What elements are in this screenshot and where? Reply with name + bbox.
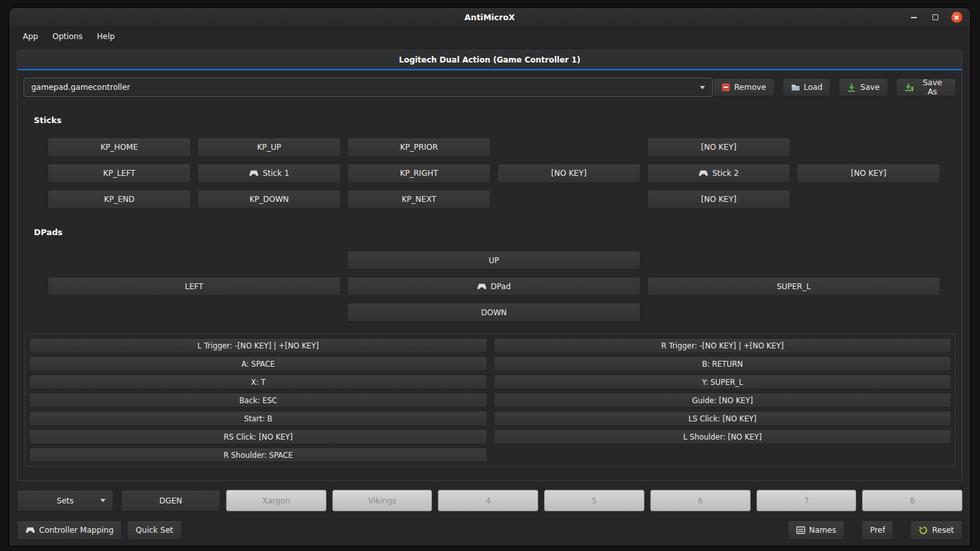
names-icon bbox=[796, 526, 805, 534]
minimize-button[interactable] bbox=[908, 12, 919, 23]
button-mapping-panel: L Trigger: -[NO KEY] | +[NO KEY] A: SPAC… bbox=[25, 333, 956, 467]
close-button[interactable] bbox=[951, 12, 962, 23]
chevron-down-icon bbox=[700, 86, 705, 89]
button-y[interactable]: Y: SUPER_L bbox=[494, 374, 952, 389]
start-button[interactable]: Start: B bbox=[29, 411, 487, 426]
sticks-grid: KP_HOME KP_UP KP_PRIOR [NO KEY] KP_LEFT … bbox=[48, 137, 940, 209]
r-shoulder-button[interactable]: R Shoulder: SPACE bbox=[29, 447, 487, 462]
sets-row: Sets DGEN Xargon Vikings 4 5 6 7 8 bbox=[17, 490, 962, 511]
controller-mapping-button[interactable]: Controller Mapping bbox=[17, 520, 122, 540]
pref-button[interactable]: Pref bbox=[861, 520, 893, 540]
dpads-heading: DPads bbox=[34, 227, 962, 237]
set-button-xargon[interactable]: Xargon bbox=[226, 490, 326, 511]
gamepad-icon bbox=[25, 527, 35, 533]
r-trigger-button[interactable]: R Trigger: -[NO KEY] | +[NO KEY] bbox=[494, 338, 952, 353]
set-button-dgen[interactable]: DGEN bbox=[121, 490, 220, 511]
tab-bottom-spacer bbox=[18, 467, 962, 481]
save-as-button[interactable]: Save As bbox=[896, 78, 956, 96]
desktop-background: AntiMicroX App Options Help Logitech Dua… bbox=[0, 0, 980, 551]
controller-tab[interactable]: Logitech Dual Action (Game Controller 1) bbox=[18, 51, 962, 70]
save-icon bbox=[847, 83, 856, 92]
window-controls bbox=[908, 8, 962, 27]
quick-set-button[interactable]: Quick Set bbox=[127, 520, 181, 540]
gamepad-icon bbox=[699, 170, 708, 177]
guide-button[interactable]: Guide: [NO KEY] bbox=[494, 393, 952, 408]
window-title: AntiMicroX bbox=[465, 12, 515, 22]
controller-tabwidget: Logitech Dual Action (Game Controller 1)… bbox=[17, 50, 962, 481]
set-button-4[interactable]: 4 bbox=[438, 490, 538, 511]
remove-button[interactable]: Remove bbox=[713, 78, 775, 96]
stick2-label: Stick 2 bbox=[712, 169, 739, 178]
save-button-label: Save bbox=[860, 83, 879, 92]
menu-options[interactable]: Options bbox=[45, 27, 89, 45]
dpad-down-button[interactable]: DOWN bbox=[347, 303, 641, 322]
stick2-down-nokey-button[interactable]: [NO KEY] bbox=[647, 190, 790, 209]
footer-row: Controller Mapping Quick Set Names Pref … bbox=[17, 520, 962, 540]
stick2-left-nokey-button[interactable]: [NO KEY] bbox=[497, 163, 641, 183]
button-a[interactable]: A: SPACE bbox=[29, 356, 487, 371]
stick-kp-prior-button[interactable]: KP_PRIOR bbox=[347, 137, 491, 157]
dpad-right-button[interactable]: SUPER_L bbox=[647, 277, 940, 296]
stick-kp-up-button[interactable]: KP_UP bbox=[197, 137, 341, 157]
reset-button[interactable]: Reset bbox=[910, 520, 962, 540]
menubar: App Options Help bbox=[9, 27, 970, 45]
stick-kp-next-button[interactable]: KP_NEXT bbox=[347, 190, 491, 209]
set-button-8[interactable]: 8 bbox=[862, 490, 962, 511]
dpad-center-button[interactable]: DPad bbox=[347, 277, 641, 296]
dpad-center-label: DPad bbox=[491, 282, 511, 291]
stick-kp-down-button[interactable]: KP_DOWN bbox=[197, 190, 341, 209]
save-as-icon bbox=[904, 83, 914, 92]
dpad-up-button[interactable]: UP bbox=[347, 251, 641, 270]
set-button-5[interactable]: 5 bbox=[544, 490, 644, 511]
gamepad-icon bbox=[249, 170, 259, 177]
remove-icon bbox=[721, 83, 730, 92]
chevron-down-icon bbox=[100, 499, 106, 502]
back-button[interactable]: Back: ESC bbox=[29, 393, 487, 408]
set-button-vikings[interactable]: Vikings bbox=[332, 490, 433, 511]
stick-kp-left-button[interactable]: KP_LEFT bbox=[48, 163, 191, 183]
remove-button-label: Remove bbox=[734, 83, 766, 92]
profile-actions: Remove Load Save Save As bbox=[713, 78, 956, 96]
load-button[interactable]: Load bbox=[783, 78, 831, 96]
stick2-up-nokey-button[interactable]: [NO KEY] bbox=[647, 137, 790, 157]
stick-kp-end-button[interactable]: KP_END bbox=[48, 190, 191, 209]
save-button[interactable]: Save bbox=[839, 78, 887, 96]
save-as-button-label: Save As bbox=[917, 78, 947, 96]
controller-tab-title: Logitech Dual Action (Game Controller 1) bbox=[399, 55, 580, 64]
names-button-label: Names bbox=[809, 526, 837, 535]
load-icon bbox=[791, 83, 800, 92]
stick-kp-home-button[interactable]: KP_HOME bbox=[48, 137, 191, 157]
stick-kp-right-button[interactable]: KP_RIGHT bbox=[347, 163, 491, 183]
dpad-left-button[interactable]: LEFT bbox=[48, 277, 341, 296]
reset-icon bbox=[919, 526, 928, 535]
gamepad-icon bbox=[477, 283, 487, 290]
stick2-button[interactable]: Stick 2 bbox=[647, 163, 790, 183]
mapping-column-right: R Trigger: -[NO KEY] | +[NO KEY] B: RETU… bbox=[494, 338, 952, 462]
titlebar[interactable]: AntiMicroX bbox=[9, 8, 970, 27]
set-button-6[interactable]: 6 bbox=[650, 490, 751, 511]
footer-right-group: Names Pref Reset bbox=[788, 520, 963, 540]
ls-click-button[interactable]: LS Click: [NO KEY] bbox=[494, 411, 952, 426]
menu-app[interactable]: App bbox=[16, 27, 45, 45]
profile-row: gamepad.gamecontroller Remove Load bbox=[18, 70, 962, 97]
l-trigger-button[interactable]: L Trigger: -[NO KEY] | +[NO KEY] bbox=[29, 338, 487, 353]
rs-click-button[interactable]: RS Click: [NO KEY] bbox=[29, 429, 487, 444]
names-button[interactable]: Names bbox=[788, 520, 845, 540]
maximize-icon bbox=[932, 14, 938, 20]
button-x[interactable]: X: T bbox=[29, 374, 487, 389]
sets-selector-button[interactable]: Sets bbox=[17, 490, 113, 511]
sticks-heading: Sticks bbox=[34, 115, 962, 125]
maximize-button[interactable] bbox=[929, 12, 941, 23]
sets-selector-label: Sets bbox=[57, 496, 74, 505]
stick1-label: Stick 1 bbox=[263, 169, 289, 178]
app-body: Logitech Dual Action (Game Controller 1)… bbox=[9, 45, 970, 546]
l-shoulder-button[interactable]: L Shoulder: [NO KEY] bbox=[494, 429, 952, 444]
button-b[interactable]: B: RETURN bbox=[494, 356, 952, 371]
set-button-7[interactable]: 7 bbox=[757, 490, 857, 511]
stick1-button[interactable]: Stick 1 bbox=[197, 163, 341, 183]
close-icon bbox=[951, 12, 962, 23]
mapping-column-left: L Trigger: -[NO KEY] | +[NO KEY] A: SPAC… bbox=[29, 338, 487, 462]
menu-help[interactable]: Help bbox=[90, 27, 122, 45]
profile-combobox[interactable]: gamepad.gamecontroller bbox=[23, 78, 713, 97]
stick2-right-nokey-button[interactable]: [NO KEY] bbox=[797, 163, 940, 183]
